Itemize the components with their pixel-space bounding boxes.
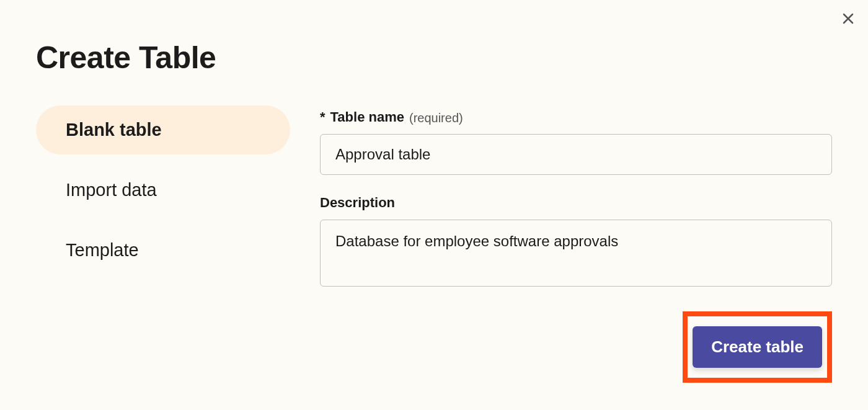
page-title: Create Table bbox=[36, 40, 868, 76]
description-label-row: Description bbox=[320, 195, 832, 211]
create-table-button[interactable]: Create table bbox=[693, 326, 822, 368]
description-label: Description bbox=[320, 195, 395, 211]
page-header: Create Table bbox=[0, 0, 868, 76]
description-field: Description bbox=[320, 195, 832, 289]
table-name-hint: (required) bbox=[409, 111, 463, 125]
form-footer: Create table bbox=[320, 309, 832, 383]
sidebar-item-label: Blank table bbox=[66, 120, 162, 140]
table-name-label: Table name bbox=[330, 109, 404, 125]
table-name-input[interactable] bbox=[320, 134, 832, 175]
sidebar-item-blank-table[interactable]: Blank table bbox=[36, 105, 290, 154]
description-input[interactable] bbox=[320, 220, 832, 287]
sidebar-item-label: Import data bbox=[66, 180, 157, 200]
table-name-label-row: * Table name (required) bbox=[320, 109, 832, 125]
table-name-field: * Table name (required) bbox=[320, 109, 832, 175]
sidebar-item-label: Template bbox=[66, 240, 139, 260]
sidebar-item-import-data[interactable]: Import data bbox=[36, 166, 290, 215]
close-icon bbox=[841, 11, 856, 29]
form-panel: * Table name (required) Description Crea… bbox=[320, 105, 832, 383]
create-button-highlight: Create table bbox=[683, 311, 832, 383]
sidebar: Blank table Import data Template bbox=[36, 105, 290, 274]
close-button[interactable] bbox=[839, 11, 857, 29]
required-asterisk: * bbox=[320, 109, 326, 125]
sidebar-item-template[interactable]: Template bbox=[36, 226, 290, 275]
